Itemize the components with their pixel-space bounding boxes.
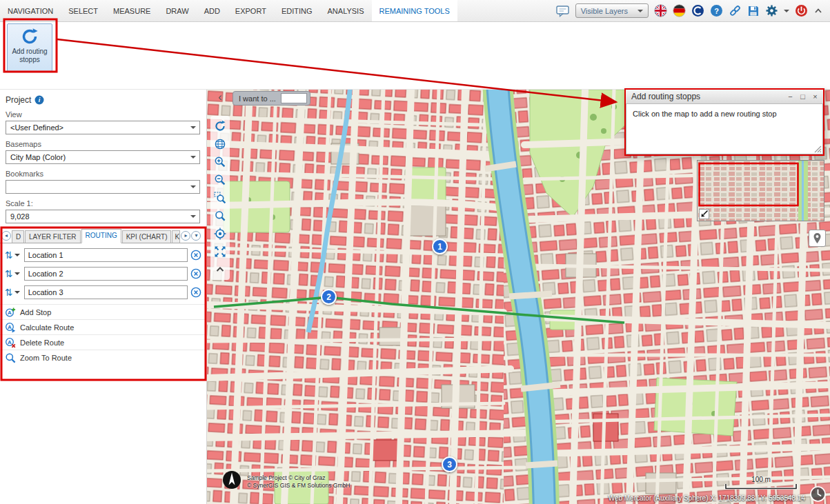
- visible-layers-button[interactable]: Visible Layers: [575, 3, 649, 18]
- delete-route-button[interactable]: A Delete Route: [0, 334, 206, 350]
- zoom-previous-icon[interactable]: [213, 208, 228, 223]
- full-extent-arrows-icon[interactable]: [213, 244, 228, 259]
- link-icon[interactable]: [729, 4, 742, 17]
- toolbar-collapse-chevron-icon[interactable]: [213, 262, 228, 277]
- dialog-body: Click on the map to add a new routing st…: [626, 104, 823, 154]
- globe-c-icon[interactable]: [691, 4, 704, 17]
- svg-text:A: A: [8, 339, 12, 345]
- speech-bubble-icon[interactable]: [556, 5, 570, 17]
- chevron-down-icon: [14, 254, 20, 256]
- dialog-resize-grip[interactable]: [814, 145, 822, 153]
- remove-stop-button-1[interactable]: [190, 249, 202, 261]
- help-icon[interactable]: ?: [710, 4, 723, 17]
- collapse-toolbar-chevron-icon[interactable]: [813, 6, 823, 16]
- menu-navigation[interactable]: NAVIGATION: [0, 0, 61, 21]
- language-english-flag-icon[interactable]: [654, 4, 667, 17]
- tab-partial-left[interactable]: D: [12, 230, 24, 243]
- gear-icon[interactable]: [765, 4, 778, 17]
- routing-stop-input-3[interactable]: [24, 285, 188, 299]
- zoom-to-route-button[interactable]: Zoom To Route: [0, 350, 206, 365]
- tab-menu-button[interactable]: ▾: [191, 231, 201, 241]
- route-stop-marker-1[interactable]: 1: [432, 239, 448, 254]
- route-stop-marker-2[interactable]: 2: [321, 289, 337, 305]
- chevron-down-icon: [14, 291, 20, 294]
- remove-stop-button-3[interactable]: [190, 286, 202, 299]
- route-stop-marker-3[interactable]: 3: [442, 456, 457, 472]
- menu-select[interactable]: SELECT: [61, 0, 106, 21]
- visible-layers-label: Visible Layers: [581, 7, 628, 15]
- tab-kpi-chart[interactable]: KPI (CHART): [122, 230, 172, 243]
- add-routing-stopps-label: Add routing stopps: [8, 48, 52, 64]
- coordinate-readout: Web Mercator (Auxiliary Sphere) X: 17183…: [609, 494, 805, 502]
- zoom-out-icon[interactable]: [213, 172, 228, 188]
- sort-stop-button-3[interactable]: ⇅: [3, 285, 22, 299]
- menu-analysis[interactable]: ANALYSIS: [320, 0, 372, 21]
- scale-label: Scale 1:: [6, 199, 206, 208]
- overview-map[interactable]: [697, 160, 824, 221]
- globe-icon[interactable]: [213, 137, 228, 152]
- tab-scroll-left-button[interactable]: ◂: [1, 231, 11, 241]
- sidebar-collapse-button[interactable]: ‹: [215, 91, 226, 103]
- menu-add[interactable]: ADD: [197, 0, 228, 21]
- i-want-to-input[interactable]: [281, 93, 307, 103]
- routing-stop-input-1[interactable]: [24, 248, 188, 262]
- menu-editing[interactable]: EDITING: [274, 0, 320, 21]
- routing-stop-row-2: ⇅: [3, 267, 202, 281]
- menu-measure[interactable]: MEASURE: [106, 0, 158, 21]
- logout-power-icon[interactable]: [795, 4, 808, 17]
- bookmarks-select[interactable]: [6, 180, 200, 194]
- tab-layer-filter[interactable]: LAYER FILTER: [25, 230, 81, 243]
- menu-export[interactable]: EXPORT: [228, 0, 274, 21]
- tab-routing[interactable]: ROUTING: [81, 229, 121, 243]
- scalebar-label: 100 m: [724, 476, 798, 483]
- add-stop-button[interactable]: A Add Stop: [0, 304, 206, 319]
- i-want-to-label: I want to ...: [239, 94, 276, 103]
- view-select[interactable]: <User Defined>: [6, 121, 200, 134]
- remove-stop-button-2[interactable]: [190, 268, 202, 280]
- gear-dropdown-caret-icon[interactable]: [784, 10, 789, 12]
- attribution-line-1: Sample Project © City of Graz: [247, 474, 350, 482]
- bookmarks-label: Bookmarks: [6, 170, 206, 178]
- dialog-titlebar[interactable]: Add routing stopps − □ ×: [626, 90, 823, 104]
- tab-scroll-right-button[interactable]: ▸: [181, 231, 190, 241]
- language-german-flag-icon[interactable]: [673, 4, 686, 17]
- routing-stop-row-1: ⇅: [3, 248, 202, 262]
- ribbon: Add routing stopps: [0, 22, 830, 90]
- i-want-to-search[interactable]: I want to ...: [233, 91, 310, 105]
- calculate-route-label: Calculate Route: [20, 323, 74, 332]
- routing-stop-row-3: ⇅: [3, 285, 202, 299]
- sidebar: Project i View <User Defined> Basemaps C…: [0, 90, 207, 504]
- dialog-close-button[interactable]: ×: [810, 92, 820, 102]
- dialog-maximize-button[interactable]: □: [798, 92, 808, 102]
- calculate-route-button[interactable]: A Calculate Route: [0, 319, 206, 334]
- sort-stop-button-2[interactable]: ⇅: [3, 267, 22, 281]
- chevron-down-icon: [14, 272, 20, 275]
- center-target-icon[interactable]: [213, 226, 228, 241]
- menu-draw[interactable]: DRAW: [158, 0, 196, 21]
- basemaps-select[interactable]: City Map (Color): [6, 150, 200, 164]
- sort-stop-button-1[interactable]: ⇅: [3, 248, 22, 262]
- menubar: NAVIGATION SELECT MEASURE DRAW ADD EXPOR…: [0, 0, 830, 22]
- add-stop-label: Add Stop: [20, 308, 51, 316]
- tab-partial-right[interactable]: K: [172, 230, 180, 243]
- zoom-window-icon[interactable]: [213, 190, 228, 205]
- calculate-route-icon: A: [5, 322, 16, 333]
- dialog-minimize-button[interactable]: −: [785, 92, 796, 102]
- zoom-to-route-icon: [5, 352, 16, 363]
- menu-remaining-tools[interactable]: REMAINING TOOLS: [372, 0, 457, 21]
- add-routing-stopps-button[interactable]: Add routing stopps: [7, 23, 52, 72]
- map-attribution: Sample Project © City of Graz © SynerGIS…: [247, 474, 350, 490]
- overview-toggle-arrow-icon[interactable]: [699, 209, 709, 219]
- save-icon[interactable]: [747, 5, 760, 17]
- delete-route-icon: A: [5, 337, 16, 348]
- scale-select[interactable]: 9,028: [6, 210, 200, 223]
- time-slider-clock-icon[interactable]: [809, 485, 827, 503]
- view-label: View: [6, 110, 206, 119]
- svg-text:A: A: [8, 323, 12, 330]
- zoom-in-icon[interactable]: [213, 154, 228, 170]
- map-pin-tool-button[interactable]: [809, 230, 826, 247]
- info-icon[interactable]: i: [34, 95, 44, 105]
- default-extent-icon[interactable]: [213, 119, 228, 134]
- scale-select-value: 9,028: [10, 212, 30, 221]
- routing-stop-input-2[interactable]: [24, 267, 188, 281]
